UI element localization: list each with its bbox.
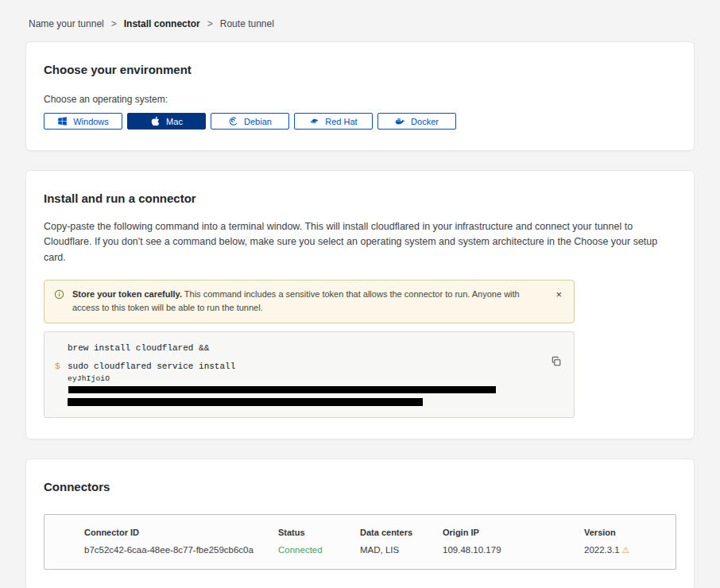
breadcrumb-separator: >	[207, 18, 213, 29]
os-button-debian[interactable]: Debian	[211, 113, 289, 130]
token-warning-banner: Store your token carefully. This command…	[44, 280, 575, 323]
os-button-docker[interactable]: Docker	[377, 113, 456, 130]
breadcrumb: Name your tunnel>Install connector>Route…	[25, 0, 695, 41]
copy-icon[interactable]	[551, 356, 562, 367]
breadcrumb-step-name-your-tunnel[interactable]: Name your tunnel	[29, 18, 104, 29]
breadcrumb-separator: >	[111, 18, 117, 29]
os-button-label: Mac	[166, 117, 183, 126]
data-centers-value: MAD, LIS	[360, 545, 443, 555]
version-value: 2022.3.1⚠	[584, 545, 666, 555]
connectors-table: Connector ID Status Data centers Origin …	[44, 514, 676, 570]
tunnel-setup-page: Name your tunnel>Install connector>Route…	[0, 0, 720, 588]
connectors-table-header: Connector ID Status Data centers Origin …	[45, 515, 675, 537]
col-header-status: Status	[278, 528, 360, 537]
os-button-label: Red Hat	[325, 117, 357, 126]
shell-prompt: $	[45, 361, 68, 373]
breadcrumb-step-install-connector[interactable]: Install connector	[124, 18, 200, 29]
debian-icon	[228, 116, 238, 126]
prompt-gutter	[45, 397, 68, 408]
windows-icon	[57, 116, 68, 126]
install-connector-card: Install and run a connector Copy-paste t…	[25, 170, 695, 439]
col-header-origin-ip: Origin IP	[443, 528, 584, 537]
version-warning-icon: ⚠	[622, 545, 630, 555]
breadcrumb-step-route-tunnel[interactable]: Route tunnel	[220, 18, 274, 29]
os-button-group: Windows Mac Debian Red Hat	[44, 113, 676, 130]
os-button-label: Windows	[73, 117, 109, 126]
environment-card-title: Choose your environment	[44, 63, 676, 76]
command-line-2: sudo cloudflared service install	[68, 361, 235, 373]
token-prefix: eyJhIjoiO	[68, 374, 110, 383]
redacted-token-bar	[68, 398, 423, 406]
token-warning-title: Store your token carefully.	[72, 289, 182, 299]
os-button-mac[interactable]: Mac	[127, 113, 206, 130]
os-prompt-label: Choose an operating system:	[44, 94, 676, 105]
origin-ip-value: 109.48.10.179	[443, 545, 584, 555]
prompt-gutter	[45, 373, 68, 397]
os-button-label: Debian	[244, 117, 272, 126]
redacted-token-bar	[68, 386, 496, 393]
os-button-label: Docker	[411, 117, 439, 126]
connector-id-value: b7c52c42-6caa-48ee-8c77-fbe259cb6c0a	[84, 545, 278, 555]
command-line-1: brew install cloudflared &&	[68, 342, 209, 354]
apple-icon	[150, 116, 161, 126]
close-icon[interactable]: ×	[553, 288, 564, 301]
token-warning-text: Store your token carefully. This command…	[72, 288, 545, 315]
status-badge: Connected	[278, 545, 360, 555]
docker-icon	[395, 116, 405, 126]
redhat-icon	[309, 116, 319, 126]
install-card-title: Install and run a connector	[44, 191, 676, 205]
col-header-connector-id: Connector ID	[84, 528, 278, 537]
os-button-redhat[interactable]: Red Hat	[294, 113, 373, 130]
col-header-data-centers: Data centers	[360, 528, 443, 537]
token-line: eyJhIjoiO	[68, 373, 537, 397]
table-row: b7c52c42-6caa-48ee-8c77-fbe259cb6c0a Con…	[45, 537, 675, 569]
connectors-card: Connectors Connector ID Status Data cent…	[25, 458, 695, 588]
install-command-code-block: brew install cloudflared && $ sudo cloud…	[44, 331, 575, 418]
install-instructions: Copy-paste the following command into a …	[44, 219, 676, 265]
prompt-gutter	[45, 342, 68, 354]
info-icon	[54, 289, 64, 300]
connectors-card-title: Connectors	[44, 480, 676, 493]
col-header-version: Version	[584, 528, 666, 537]
os-button-windows[interactable]: Windows	[44, 113, 122, 130]
environment-card: Choose your environment Choose an operat…	[25, 41, 695, 151]
